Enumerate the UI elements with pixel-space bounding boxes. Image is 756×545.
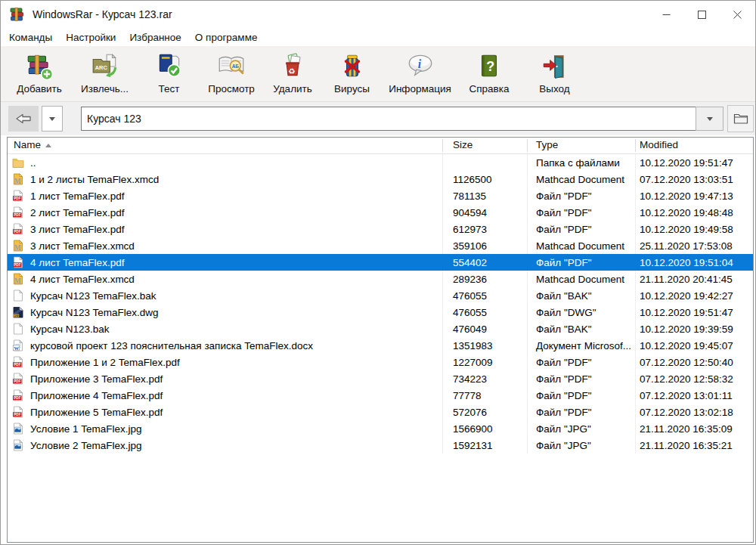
view-icon: АБ: [216, 51, 246, 82]
toolbar-info-button[interactable]: i Информация: [384, 50, 456, 100]
bak-icon: [12, 323, 24, 335]
pdf-icon: PDF: [12, 356, 24, 368]
close-button[interactable]: [720, 1, 755, 28]
file-modified: 10.12.2020 19:51:47: [640, 304, 733, 320]
file-name: Приложение 5 TemaFlex.pdf: [30, 407, 163, 418]
column-header-name[interactable]: Name: [14, 139, 51, 150]
file-modified: 10.12.2020 19:45:07: [640, 337, 733, 354]
path-dropdown-button[interactable]: [696, 107, 723, 131]
pdf-icon: PDF: [12, 223, 24, 235]
menu-item[interactable]: Настройки: [59, 29, 122, 45]
file-row[interactable]: DWG Курсач N123 TemaFlex.dwg 476055 Файл…: [8, 304, 753, 320]
file-row[interactable]: M 1 и 2 листы TemaFlex.xmcd 1126500 Math…: [8, 171, 753, 187]
file-modified: 10.12.2020 19:51:47: [640, 154, 733, 171]
file-size: 77778: [453, 387, 482, 404]
toolbar-exit-button[interactable]: Выход: [522, 50, 587, 100]
column-header-modified[interactable]: Modified: [640, 139, 678, 150]
file-modified: 21.11.2020 16:35:09: [640, 420, 733, 437]
svg-text:PDF: PDF: [14, 213, 20, 217]
file-row[interactable]: PDF Приложение 4 TemaFlex.pdf 77778 Файл…: [8, 387, 753, 404]
toolbar-add-button[interactable]: Добавить: [10, 50, 69, 100]
file-size: 359106: [453, 237, 487, 254]
file-size: 1351983: [453, 337, 493, 354]
file-row[interactable]: Условие 1 TemaFlex.jpg 1566900 Файл "JPG…: [8, 420, 753, 437]
file-row[interactable]: M 4 лист TemaFlex.xmcd 289236 Mathcad Do…: [8, 271, 753, 287]
file-type: Файл "PDF": [536, 354, 592, 370]
column-header-type[interactable]: Type: [536, 139, 558, 150]
column-header-size[interactable]: Size: [453, 139, 472, 150]
browse-folder-button[interactable]: [727, 105, 754, 132]
file-size: 734223: [453, 370, 487, 387]
back-history-dropdown[interactable]: [42, 106, 63, 132]
file-row[interactable]: M 3 лист TemaFlex.xmcd 359106 Mathcad Do…: [8, 237, 753, 254]
toolbar-help-button[interactable]: ? Справка: [456, 50, 522, 100]
xmcd-icon: M: [12, 240, 24, 252]
delete-icon: ♻: [277, 51, 308, 82]
file-type: Папка с файлами: [536, 154, 620, 171]
file-list: Name Size Type Modified ..: [7, 137, 754, 543]
toolbar-view-button[interactable]: АБ Просмотр: [197, 50, 265, 100]
file-name: 1 лист TemaFlex.pdf: [30, 190, 124, 202]
file-size: 476049: [453, 320, 487, 337]
menu-item[interactable]: Избранное: [122, 29, 187, 45]
header-separator[interactable]: [442, 139, 443, 152]
toolbar-button-label: Просмотр: [208, 83, 255, 94]
file-size: 554402: [453, 254, 487, 271]
title-bar: WindowsRar - Курсач 123.rar: [1, 1, 755, 28]
file-modified: 21.11.2020 16:35:21: [640, 437, 733, 454]
file-size: 1566900: [453, 420, 493, 437]
file-row[interactable]: Курсач N123 TemaFlex.bak 476055 Файл "BA…: [8, 287, 753, 304]
toolbar-virus-button[interactable]: Вирусы: [320, 50, 384, 100]
file-row[interactable]: .. Папка с файлами 10.12.2020 19:51:47: [8, 154, 753, 171]
file-name: 4 лист TemaFlex.pdf: [30, 257, 124, 268]
file-row[interactable]: PDF 4 лист TemaFlex.pdf 554402 Файл "PDF…: [8, 254, 753, 271]
file-type: Mathcad Document: [536, 171, 624, 187]
file-modified: 07.12.2020 12:50:40: [640, 354, 733, 370]
bak-icon: [12, 290, 24, 302]
menu-item[interactable]: О программе: [188, 29, 265, 45]
toolbar-extract-button[interactable]: ARC Извлечь...: [69, 50, 141, 100]
maximize-button[interactable]: [684, 1, 720, 28]
svg-text:DWG: DWG: [14, 314, 21, 317]
toolbar-button-label: Справка: [469, 83, 510, 94]
file-row[interactable]: PDF 2 лист TemaFlex.pdf 904594 Файл "PDF…: [8, 204, 753, 221]
file-type: Файл "PDF": [536, 387, 592, 404]
pdf-icon: PDF: [12, 190, 24, 202]
header-separator[interactable]: [635, 139, 636, 152]
file-row[interactable]: PDF Приложение 5 TemaFlex.pdf 572076 Фай…: [8, 404, 753, 420]
toolbar-button-label: Вирусы: [334, 83, 370, 94]
file-type: Файл "PDF": [536, 404, 592, 420]
back-arrow-icon: [14, 113, 33, 125]
file-type: Файл "BAK": [536, 320, 592, 337]
file-type: Файл "PDF": [536, 187, 592, 204]
toolbar-test-button[interactable]: Тест: [141, 50, 197, 100]
file-modified: 07.12.2020 13:02:18: [640, 404, 733, 420]
svg-text:?: ?: [486, 59, 494, 74]
file-row[interactable]: Курсач N123.bak 476049 Файл "BAK" 10.12.…: [8, 320, 753, 337]
file-type: Файл "BAK": [536, 287, 592, 304]
file-modified: 07.12.2020 13:03:51: [640, 171, 733, 187]
file-name: Курсач N123 TemaFlex.dwg: [30, 307, 159, 318]
header-separator[interactable]: [527, 139, 528, 152]
menu-item[interactable]: Команды: [2, 29, 59, 45]
file-size: 904594: [453, 204, 487, 221]
file-row[interactable]: W курсовой проект 123 пояснительная запи…: [8, 337, 753, 354]
file-row[interactable]: PDF Приложение 1 и 2 TemaFlex.pdf 122700…: [8, 354, 753, 370]
chevron-down-icon: [49, 117, 55, 124]
archive-path-input[interactable]: [81, 107, 696, 131]
xmcd-icon: M: [12, 273, 24, 285]
minimize-button[interactable]: [649, 1, 684, 28]
file-modified: 10.12.2020 19:48:48: [640, 204, 733, 221]
toolbar-button-label: Информация: [389, 83, 451, 94]
svg-text:PDF: PDF: [14, 263, 20, 267]
file-row[interactable]: PDF 3 лист TemaFlex.pdf 612973 Файл "PDF…: [8, 221, 753, 237]
toolbar-delete-button[interactable]: ♻ Удалить: [265, 50, 320, 100]
file-row[interactable]: Условие 2 TemaFlex.jpg 1592131 Файл "JPG…: [8, 437, 753, 454]
file-row[interactable]: PDF Приложение 3 TemaFlex.pdf 734223 Фай…: [8, 370, 753, 387]
window-controls: [649, 1, 755, 28]
close-icon: [733, 11, 742, 19]
svg-text:PDF: PDF: [14, 413, 20, 416]
help-icon: ?: [474, 51, 504, 82]
back-button[interactable]: [8, 106, 39, 132]
file-row[interactable]: PDF 1 лист TemaFlex.pdf 781135 Файл "PDF…: [8, 187, 753, 204]
